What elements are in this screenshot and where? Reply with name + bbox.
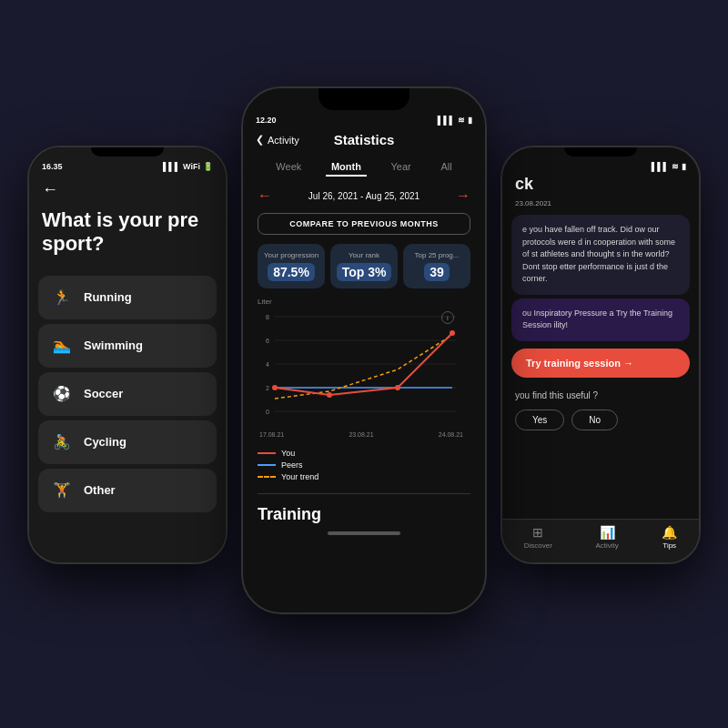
activity-label: Activity bbox=[595, 541, 618, 550]
left-notch bbox=[91, 147, 164, 157]
date-range-label: Jul 26, 2021 - Aug 25, 2021 bbox=[308, 191, 420, 201]
tips-icon: 🔔 bbox=[662, 525, 677, 540]
discover-label: Discover bbox=[524, 541, 552, 550]
chart-info-icon[interactable]: i bbox=[441, 311, 454, 324]
you-line-icon bbox=[258, 452, 276, 454]
stat-value-rank: Top 3% bbox=[337, 263, 392, 281]
phone-left: 16.35 ▌▌▌ WiFi 🔋 ← What is your pre spor… bbox=[27, 146, 228, 564]
center-signal: ▌▌▌ bbox=[438, 116, 455, 125]
cycling-icon: 🚴 bbox=[49, 430, 75, 455]
discover-icon: ⊞ bbox=[532, 525, 543, 540]
legend-peers-label: Peers bbox=[281, 460, 303, 470]
tab-discover[interactable]: ⊞ Discover bbox=[524, 525, 552, 550]
tabs-row: Week Month Year All bbox=[243, 153, 485, 182]
stats-cards: Your progression 87.5% Your rank Top 3% … bbox=[243, 238, 485, 294]
svg-text:6: 6 bbox=[266, 338, 269, 344]
wifi-icon: WiFi bbox=[183, 162, 200, 171]
center-screen: 12.20 ▌▌▌ ≋ ▮ ❮ Activity Statistics Week… bbox=[243, 88, 485, 612]
center-notch bbox=[318, 88, 410, 110]
sport-option-soccer[interactable]: ⚽ Soccer bbox=[38, 372, 217, 416]
right-screen: ▌▌▌ ≋ ▮ ck 23.08.2021 e you have fallen … bbox=[502, 147, 699, 562]
center-time: 12.20 bbox=[256, 116, 277, 125]
prev-date-button[interactable]: ← bbox=[258, 187, 272, 204]
chart-x-labels: 17.08.21 23.08.21 24.08.21 bbox=[252, 430, 470, 440]
svg-point-11 bbox=[272, 385, 278, 390]
message-bubble-1: e you have fallen off track. Did ow our … bbox=[511, 215, 690, 295]
stat-label-rank: Your rank bbox=[336, 251, 392, 259]
tab-year[interactable]: Year bbox=[386, 158, 417, 177]
message-bubble-2: ou Inspiratory Pressure a Try the Traini… bbox=[511, 298, 690, 341]
signal-icon: ▌▌▌ bbox=[163, 162, 180, 171]
cta-label: Try training session → bbox=[526, 358, 633, 369]
left-back-button[interactable]: ← bbox=[29, 173, 226, 203]
date-navigation: ← Jul 26, 2021 - Aug 25, 2021 → bbox=[243, 182, 485, 209]
stat-label-progression: Your progression bbox=[263, 251, 319, 259]
x-label-1: 17.08.21 bbox=[259, 431, 284, 438]
sport-name-running: Running bbox=[84, 290, 132, 304]
center-status-bar: 12.20 ▌▌▌ ≋ ▮ bbox=[243, 110, 485, 126]
yes-button[interactable]: Yes bbox=[515, 410, 564, 430]
right-date: 23.08.2021 bbox=[502, 196, 699, 211]
left-time: 16.35 bbox=[42, 162, 63, 171]
center-status-icons: ▌▌▌ ≋ ▮ bbox=[438, 116, 472, 125]
chart-svg: 8 6 4 2 0 bbox=[252, 308, 470, 426]
right-bottom-bar: ⊞ Discover 📊 Activity 🔔 Tips bbox=[502, 519, 699, 562]
next-date-button[interactable]: → bbox=[456, 187, 470, 204]
chart-area: Liter i 8 6 4 2 0 bbox=[243, 294, 485, 443]
phones-container: 16.35 ▌▌▌ WiFi 🔋 ← What is your pre spor… bbox=[0, 0, 728, 728]
try-training-session-button[interactable]: Try training session → bbox=[511, 349, 690, 378]
home-indicator bbox=[328, 531, 400, 535]
back-label: Activity bbox=[268, 135, 299, 146]
legend-you: You bbox=[258, 449, 470, 458]
svg-point-14 bbox=[450, 330, 455, 336]
tips-label: Tips bbox=[662, 541, 676, 550]
compare-button[interactable]: COMPARE TO PREVIOUS MONTHS bbox=[258, 213, 470, 235]
sport-option-swimming[interactable]: 🏊 Swimming bbox=[38, 324, 217, 368]
sport-option-running[interactable]: 🏃 Running bbox=[38, 276, 217, 319]
trend-line-icon bbox=[258, 476, 276, 478]
legend-trend-label: Your trend bbox=[281, 472, 318, 481]
chart-legend: You Peers Your trend bbox=[243, 443, 485, 490]
center-battery: ▮ bbox=[468, 116, 472, 125]
phone-center: 12.20 ▌▌▌ ≋ ▮ ❮ Activity Statistics Week… bbox=[241, 86, 487, 614]
x-label-2: 23.08.21 bbox=[349, 431, 373, 438]
left-screen: 16.35 ▌▌▌ WiFi 🔋 ← What is your pre spor… bbox=[29, 147, 226, 562]
sport-option-other[interactable]: 🏋️ Other bbox=[38, 469, 217, 512]
center-wifi: ≋ bbox=[458, 116, 465, 125]
sport-option-cycling[interactable]: 🚴 Cycling bbox=[38, 420, 217, 464]
stat-card-top25: Top 25 prog... 39 bbox=[403, 244, 470, 288]
running-icon: 🏃 bbox=[49, 285, 75, 310]
activity-icon: 📊 bbox=[600, 525, 615, 540]
left-status-icons: ▌▌▌ WiFi 🔋 bbox=[163, 162, 213, 171]
stat-label-top25: Top 25 prog... bbox=[409, 251, 465, 259]
center-page-title: Statistics bbox=[334, 132, 395, 147]
sport-name-cycling: Cycling bbox=[84, 435, 126, 449]
svg-text:8: 8 bbox=[266, 314, 269, 320]
svg-text:4: 4 bbox=[266, 361, 269, 368]
stat-card-progression: Your progression 87.5% bbox=[258, 244, 325, 288]
peers-line-icon bbox=[258, 464, 276, 466]
svg-text:0: 0 bbox=[266, 409, 269, 415]
right-status-bar: ▌▌▌ ≋ ▮ bbox=[502, 157, 699, 173]
stat-card-rank: Your rank Top 3% bbox=[330, 244, 398, 288]
right-title-partial: ck bbox=[502, 173, 699, 196]
right-status-icons: ▌▌▌ ≋ ▮ bbox=[652, 162, 686, 171]
tab-all[interactable]: All bbox=[435, 158, 457, 177]
legend-peers: Peers bbox=[258, 460, 470, 470]
tab-month[interactable]: Month bbox=[326, 158, 367, 177]
svg-point-13 bbox=[395, 385, 400, 390]
tab-week[interactable]: Week bbox=[270, 158, 307, 177]
yes-no-row: Yes No bbox=[502, 406, 699, 434]
message-text-1: e you have fallen off track. Did ow our … bbox=[522, 225, 675, 283]
back-chevron-icon: ❮ bbox=[256, 134, 264, 146]
back-to-activity[interactable]: ❮ Activity bbox=[256, 134, 299, 146]
battery-icon: 🔋 bbox=[203, 162, 213, 171]
tab-tips[interactable]: 🔔 Tips bbox=[662, 525, 677, 550]
left-status-bar: 16.35 ▌▌▌ WiFi 🔋 bbox=[29, 157, 226, 173]
sport-name-swimming: Swimming bbox=[84, 339, 143, 352]
stat-value-progression: 87.5% bbox=[268, 263, 315, 281]
sport-name-soccer: Soccer bbox=[84, 387, 123, 400]
useful-question: you find this useful ? bbox=[502, 385, 699, 406]
tab-activity[interactable]: 📊 Activity bbox=[595, 525, 618, 550]
no-button[interactable]: No bbox=[571, 410, 618, 430]
